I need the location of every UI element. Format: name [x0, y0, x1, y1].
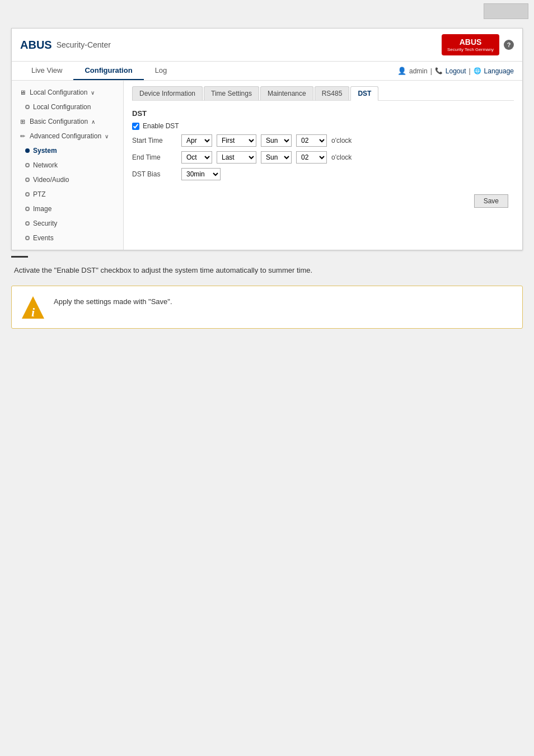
sub-tabs: Device Information Time Settings Mainten… [132, 86, 514, 101]
start-oclock-label: o'clock [331, 137, 352, 144]
end-hour-select[interactable]: 0001020304 0506070809 101112 [296, 151, 327, 164]
save-button[interactable]: Save [474, 194, 508, 208]
dot-icon-events [25, 236, 30, 240]
info-triangle-icon: i [21, 295, 45, 320]
sidebar-item-events[interactable]: Events [12, 231, 123, 245]
nav-language-link[interactable]: Language [484, 67, 514, 75]
help-icon[interactable]: ? [504, 40, 514, 50]
end-day-select[interactable]: SunMonTueWedThuFriSat [261, 151, 292, 164]
dst-bias-label: DST Bias [132, 170, 177, 178]
sidebar-label-ptz: PTZ [33, 190, 46, 198]
header: ABUS Security-Center ABUS Security Tech … [12, 29, 522, 62]
sidebar-label-security: Security [33, 220, 57, 227]
dst-note-text: Activate the "Enable DST" checkbox to ad… [11, 266, 523, 274]
brand-name: ABUS [20, 39, 52, 52]
enable-dst-row: Enable DST [132, 122, 514, 130]
info-icon-wrap: i [20, 295, 45, 320]
caret-basic-config: ∧ [91, 119, 95, 125]
dot-icon-image [25, 207, 30, 211]
sidebar-label-system: System [33, 147, 57, 155]
sidebar-item-image[interactable]: Image [12, 202, 123, 216]
dst-section: DST Enable DST Start Time JanFebMarApr M… [132, 109, 514, 180]
info-box: i Apply the settings made with "Save". [11, 286, 523, 329]
caret-local-config: ∨ [91, 90, 95, 96]
sidebar-label-video-audio: Video/Audio [33, 176, 69, 184]
sidebar-label-network: Network [33, 161, 58, 169]
info-box-text: Apply the settings made with "Save". [54, 295, 172, 306]
sidebar-item-basic-config[interactable]: ⊞ Basic Configuration ∧ [12, 114, 123, 129]
end-week-select[interactable]: FirstSecondThirdFourthLast [217, 151, 256, 164]
sidebar-item-video-audio[interactable]: Video/Audio [12, 172, 123, 187]
sidebar-label-image: Image [33, 205, 51, 213]
end-time-label: End Time [132, 153, 177, 161]
dot-icon-network [25, 163, 30, 167]
tab-configuration[interactable]: Configuration [73, 62, 143, 80]
end-oclock-label: o'clock [331, 153, 352, 161]
sidebar-item-system[interactable]: System [12, 143, 123, 158]
header-logo: ABUS Security-Center [20, 39, 111, 52]
section-divider [11, 256, 28, 258]
dst-bias-row: DST Bias 30min60min90min120min [132, 168, 514, 180]
nav-user-area: 👤 admin | 📞 Logout | 🌐 Language [397, 67, 514, 75]
sidebar-label-events: Events [33, 234, 54, 242]
main-panel: Device Information Time Settings Mainten… [124, 81, 522, 250]
abus-logo: ABUS Security Tech Germany [442, 34, 499, 55]
nav-logout-link[interactable]: Logout [446, 67, 466, 75]
sidebar-label-basic-config: Basic Configuration [30, 118, 88, 125]
nav-tabs-left: Live View Configuration Log [20, 62, 178, 80]
grid-icon: ⊞ [18, 118, 26, 125]
start-week-select[interactable]: FirstSecondThirdFourthLast [217, 134, 256, 147]
sidebar-item-ptz[interactable]: PTZ [12, 187, 123, 202]
sidebar-item-local-config[interactable]: 🖥 Local Configuration ∨ [12, 85, 123, 100]
subtab-dst[interactable]: DST [350, 86, 378, 101]
below-main: Activate the "Enable DST" checkbox to ad… [11, 266, 523, 329]
sidebar-item-network[interactable]: Network [12, 158, 123, 172]
wrench-icon: ✏ [18, 132, 26, 140]
tab-live-view[interactable]: Live View [20, 62, 73, 80]
sidebar-label-advanced-config: Advanced Configuration [30, 132, 101, 140]
dot-icon-video-audio [25, 178, 30, 182]
tab-log[interactable]: Log [144, 62, 179, 80]
sidebar-label-local-config: Local Configuration [30, 88, 87, 96]
subtab-device-info[interactable]: Device Information [132, 86, 203, 100]
monitor-icon: 🖥 [18, 88, 26, 96]
start-hour-select[interactable]: 0001020304 0506070809 101112 [296, 134, 327, 147]
dst-title: DST [132, 109, 514, 118]
dot-icon-security [25, 221, 30, 226]
enable-dst-label: Enable DST [143, 122, 179, 130]
nav-tabs: Live View Configuration Log 👤 admin | 📞 … [12, 62, 522, 81]
dot-icon-ptz [25, 192, 30, 197]
sidebar: 🖥 Local Configuration ∨ Local Configurat… [12, 81, 124, 250]
end-time-row: End Time JanFebMarApr MayJunJulAug SepOc… [132, 151, 514, 164]
enable-dst-checkbox[interactable] [132, 123, 139, 130]
subtab-rs485[interactable]: RS485 [315, 86, 350, 100]
top-bar-box [484, 3, 528, 19]
start-day-select[interactable]: SunMonTueWedThuFriSat [261, 134, 292, 147]
subtab-time-settings[interactable]: Time Settings [204, 86, 259, 100]
start-time-label: Start Time [132, 137, 177, 144]
start-month-select[interactable]: JanFebMarApr MayJunJulAug SepOctNovDec [181, 134, 212, 147]
dot-icon-local-sub [25, 105, 30, 109]
top-bar [0, 0, 534, 22]
end-month-select[interactable]: JanFebMarApr MayJunJulAug SepOctNovDec [181, 151, 212, 164]
dst-bias-select[interactable]: 30min60min90min120min [181, 168, 221, 180]
start-time-row: Start Time JanFebMarApr MayJunJulAug Sep… [132, 134, 514, 147]
main-container: ABUS Security-Center ABUS Security Tech … [11, 28, 523, 250]
caret-advanced-config: ∨ [105, 133, 109, 139]
sidebar-label-local-sub: Local Configuration [33, 103, 91, 111]
dot-icon-system [25, 148, 30, 153]
brand-subtitle: Security-Center [57, 40, 111, 49]
svg-text:i: i [31, 305, 35, 319]
nav-username: admin [409, 67, 428, 75]
subtab-maintenance[interactable]: Maintenance [260, 86, 313, 100]
sidebar-item-advanced-config[interactable]: ✏ Advanced Configuration ∨ [12, 129, 123, 143]
content-area: 🖥 Local Configuration ∨ Local Configurat… [12, 81, 522, 250]
sidebar-item-local-config-sub[interactable]: Local Configuration [12, 100, 123, 114]
sidebar-item-security[interactable]: Security [12, 216, 123, 231]
